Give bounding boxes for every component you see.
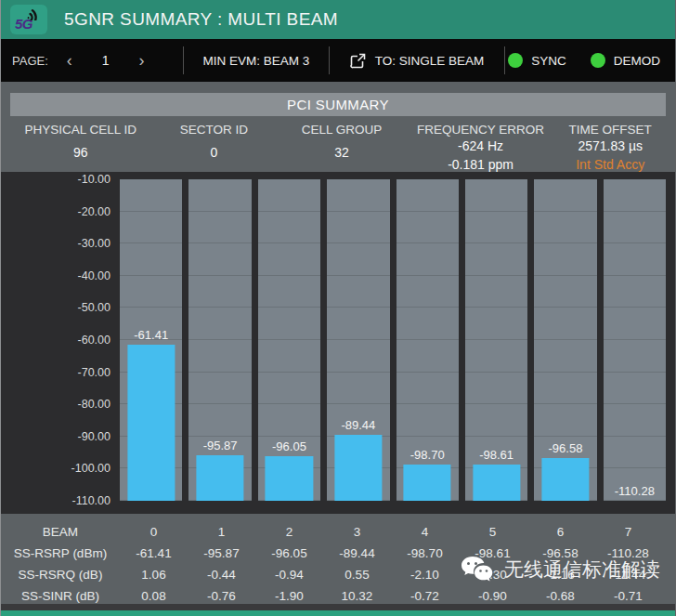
y-axis: -10.00-20.00-30.00-40.00-50.00-60.00-70.… [1, 173, 110, 507]
bar-value-label: -98.61 [465, 448, 527, 462]
y-axis-tick: -60.00 [78, 334, 110, 347]
table-row: SS-SINR (dB)0.08-0.76-1.9010.32-0.72-0.9… [1, 585, 675, 607]
page-prev-button[interactable]: ‹ [67, 52, 72, 69]
table-cell: -1.16 [526, 568, 594, 582]
app-window: 5G 5GNR SUMMARY : MULTI BEAM PAGE: ‹ 1 ›… [0, 0, 676, 616]
pci-field: SECTOR ID0 [161, 123, 268, 174]
y-axis-tick: -110.00 [72, 494, 110, 507]
bar-value-label: -96.05 [258, 439, 320, 453]
beam-chart: -10.00-20.00-30.00-40.00-50.00-60.00-70.… [1, 172, 675, 514]
min-evm-indicator: MIN EVM: BEAM 3 [184, 39, 329, 82]
table-cell: -0.68 [526, 589, 594, 603]
y-axis-tick: -50.00 [78, 301, 110, 314]
control-bar: PAGE: ‹ 1 › MIN EVM: BEAM 3 TO: SINGLE B… [1, 39, 675, 82]
pci-field-label: TIME OFFSET [545, 123, 675, 137]
pci-field: FREQUENCY ERROR-624 Hz-0.181 ppm [416, 123, 546, 174]
page-title: 5GNR SUMMARY : MULTI BEAM [64, 9, 338, 30]
to-single-beam-button[interactable]: TO: SINGLE BEAM [330, 39, 504, 82]
table-cell: 0.55 [323, 568, 391, 582]
pci-field-value: 2571.83 µs [545, 137, 675, 155]
table-row: SS-RSRQ (dB)1.06-0.44-0.940.55-2.10-2.30… [1, 564, 675, 585]
table-cell: -0.76 [188, 589, 255, 603]
demod-status-dot [591, 53, 605, 68]
beam-column-2: -96.05 [258, 179, 320, 501]
table-row: SS-RSRP (dBm)-61.41-95.87-96.05-89.44-98… [1, 543, 675, 564]
pci-accent-value: Int Std Accy [545, 155, 675, 174]
table-cell: -61.41 [120, 546, 188, 560]
title-bar: 5G 5GNR SUMMARY : MULTI BEAM [1, 0, 675, 39]
table-row-label: SS-SINR (dB) [1, 589, 120, 603]
rsrp-bar [266, 456, 313, 501]
beam-column-3: -89.44 [327, 179, 389, 501]
page-number: 1 [102, 53, 110, 68]
sync-status-dot [508, 53, 523, 68]
table-row: BEAM01234567 [1, 521, 675, 543]
y-axis-tick: -40.00 [78, 269, 110, 282]
table-cell: 5 [459, 525, 526, 539]
table-cell: -0.90 [459, 589, 526, 603]
table-cell: -0.72 [391, 589, 459, 603]
table-cell: -96.58 [526, 546, 594, 560]
table-cell: 0.08 [120, 589, 188, 603]
sync-status: SYNC [508, 53, 566, 68]
pci-field-value: 0 [161, 137, 268, 162]
pci-field-label: FREQUENCY ERROR [416, 123, 546, 137]
beam-column-0: -61.41 [120, 179, 182, 501]
table-row-label: SS-RSRP (dBm) [1, 546, 120, 560]
y-axis-tick: -80.00 [78, 398, 110, 411]
table-cell: -98.70 [391, 546, 459, 560]
table-cell: -89.44 [323, 546, 391, 560]
pci-field: TIME OFFSET2571.83 µsInt Std Accy [545, 123, 675, 174]
beam-column-5: -98.61 [465, 179, 527, 501]
pci-field-value: 32 [267, 137, 416, 162]
rsrp-bar [404, 465, 451, 501]
table-cell: 7 [594, 525, 662, 539]
signal-waves-icon [24, 7, 45, 20]
table-cell: -2.10 [391, 568, 459, 582]
to-single-beam-label: TO: SINGLE BEAM [375, 54, 485, 68]
external-link-icon [350, 53, 366, 69]
status-indicators: SYNC DEMOD [505, 39, 675, 82]
rsrp-bar [334, 435, 382, 501]
beam-column-1: -95.87 [188, 179, 251, 501]
y-axis-tick: -10.00 [78, 173, 110, 186]
bar-value-label: -61.41 [120, 328, 182, 342]
y-axis-tick: -100.00 [72, 462, 110, 475]
pci-field: PHYSICAL CELL ID96 [1, 123, 161, 174]
5g-logo: 5G [10, 5, 47, 34]
table-cell: 3 [323, 525, 391, 539]
bottom-accent-strip [1, 610, 675, 616]
sync-status-label: SYNC [531, 54, 566, 68]
bar-value-label: -95.87 [188, 439, 251, 452]
table-cell: -95.87 [188, 546, 255, 560]
bar-value-label: -110.28 [604, 484, 666, 498]
beam-column-6: -96.58 [534, 179, 596, 501]
pci-fields: PHYSICAL CELL ID96SECTOR ID0CELL GROUP32… [1, 123, 675, 174]
y-axis-tick: -30.00 [78, 237, 110, 250]
table-cell: 1 [188, 525, 255, 539]
table-cell: 2 [255, 525, 323, 539]
demod-status-label: DEMOD [614, 54, 660, 68]
rsrp-bar [473, 465, 520, 501]
page-next-button[interactable]: › [139, 52, 145, 69]
table-cell: -110.28 [594, 546, 662, 560]
table-cell: 10.32 [323, 589, 391, 603]
rsrp-bar [127, 345, 175, 501]
table-cell: 4 [391, 525, 459, 539]
rsrp-bar [196, 455, 243, 501]
bar-value-label: -89.44 [327, 418, 389, 432]
table-row-label: SS-RSRQ (dB) [1, 568, 120, 582]
table-cell: -98.61 [459, 546, 526, 560]
pci-field-value: 96 [1, 137, 161, 162]
page-label: PAGE: [12, 54, 48, 68]
pci-field: CELL GROUP32 [267, 123, 416, 174]
pci-field-value: -624 Hz-0.181 ppm [416, 137, 546, 174]
page-control: PAGE: ‹ 1 › [1, 39, 183, 82]
bar-value-label: -98.70 [396, 448, 459, 462]
table-cell: -11.44 [594, 568, 662, 582]
table-cell: 0 [120, 525, 188, 539]
pci-field-label: CELL GROUP [267, 123, 416, 137]
demod-status: DEMOD [591, 53, 660, 68]
table-cell: -0.94 [255, 568, 323, 582]
pci-field-label: SECTOR ID [161, 123, 268, 137]
